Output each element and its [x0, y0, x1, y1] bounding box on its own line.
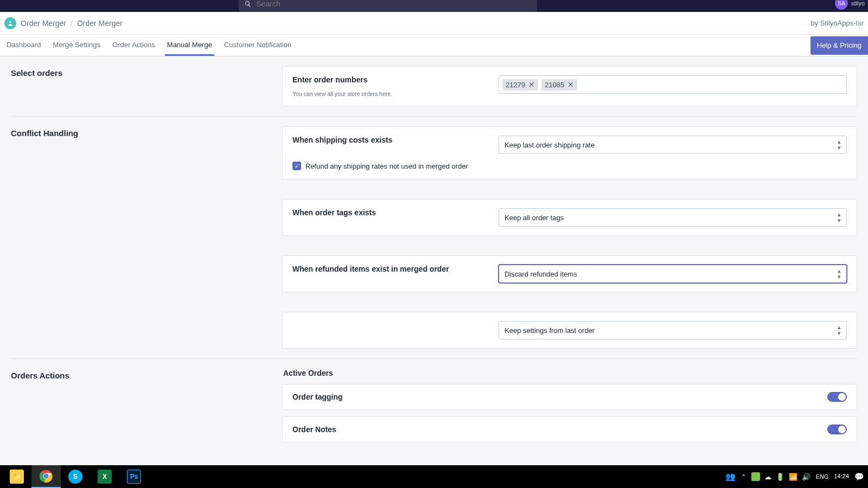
photoshop-icon: Ps — [127, 470, 141, 484]
order-tag: 21085 ✕ — [541, 79, 577, 91]
page-content: Select orders Enter order numbers You ca… — [0, 56, 868, 465]
chrome-icon — [39, 469, 53, 483]
language-indicator[interactable]: ENG — [816, 473, 829, 480]
card-enter-order-numbers: Enter order numbers You can view all you… — [282, 66, 857, 106]
card-refunded-items: When refunded items exist in merged orde… — [282, 255, 857, 292]
order-numbers-helper: You can view all your store orders here. — [292, 91, 482, 97]
order-tags-select[interactable]: Keep all order tags ▴▾ — [499, 208, 847, 227]
order-tagging-toggle[interactable] — [827, 392, 847, 402]
help-pricing-button[interactable]: Help & Pricing — [810, 36, 868, 55]
taskbar-photoshop[interactable]: Ps — [119, 465, 149, 488]
system-tray: ☁ 🔋 📶 🔊 — [751, 472, 810, 481]
card-order-tagging: Order tagging — [282, 384, 857, 410]
remove-tag-icon[interactable]: ✕ — [567, 81, 574, 88]
notifications-icon[interactable]: 💬 — [854, 472, 864, 481]
breadcrumb-page: Order Merger — [77, 19, 123, 28]
tab-manual-merge[interactable]: Manual Merge — [165, 35, 214, 56]
shopify-top-header: SA stilyo — [0, 0, 868, 12]
tabs-bar: Dashboard Merge Settings Order Actions M… — [0, 35, 868, 56]
chevron-updown-icon: ▴▾ — [838, 211, 841, 223]
order-notes-toggle[interactable] — [827, 425, 847, 434]
taskbar-skype[interactable]: S — [61, 465, 90, 488]
volume-icon[interactable]: 🔊 — [802, 473, 810, 481]
select-orders-title: Select orders — [11, 68, 282, 78]
select-value: Keep last order shipping rate — [505, 141, 595, 149]
chevron-updown-icon: ▴▾ — [838, 268, 841, 280]
svg-point-0 — [9, 21, 11, 23]
refund-shipping-checkbox[interactable] — [292, 162, 301, 170]
user-menu[interactable]: SA stilyo — [835, 0, 865, 10]
shipping-costs-select[interactable]: Keep last order shipping rate ▴▾ — [499, 136, 847, 154]
svg-point-2 — [44, 474, 49, 479]
remove-tag-icon[interactable]: ✕ — [528, 81, 535, 88]
search-input[interactable] — [256, 0, 532, 8]
windows-taskbar: 📁 S X Ps 👥 ⌃ ☁ 🔋 📶 🔊 ENG 14:24 — [0, 465, 868, 488]
settings-source-select[interactable]: Keep settings from last order ▴▾ — [499, 321, 847, 339]
order-tag: 21279 ✕ — [502, 79, 538, 91]
select-value: Keep settings from last order — [505, 326, 595, 335]
excel-icon: X — [98, 470, 112, 484]
avatar: SA — [835, 0, 848, 10]
folder-icon: 📁 — [10, 470, 24, 484]
wifi-icon[interactable]: 📶 — [789, 473, 797, 481]
taskbar-chrome[interactable] — [31, 465, 61, 488]
breadcrumb-app[interactable]: Order Merger — [21, 19, 66, 28]
refunded-items-select[interactable]: Discard refunded items ▴▾ — [499, 265, 847, 283]
card-order-tags: When order tags exists Keep all order ta… — [282, 199, 857, 236]
refund-shipping-label: Refund any shipping rates not used in me… — [305, 162, 468, 170]
section-select-orders: Select orders Enter order numbers You ca… — [0, 56, 868, 116]
breadcrumb-separator: / — [71, 19, 73, 28]
app-author: by StilyoApps-Isr — [810, 19, 864, 27]
global-search[interactable] — [239, 0, 537, 12]
tray-app-icon[interactable] — [751, 472, 760, 481]
select-value: Keep all order tags — [505, 214, 564, 222]
clock-time: 14:24 — [834, 473, 849, 480]
chevron-updown-icon: ▴▾ — [838, 139, 841, 151]
taskbar-excel[interactable]: X — [90, 465, 119, 488]
card-shipping-costs: When shipping costs exists Keep last ord… — [282, 126, 857, 179]
active-orders-label: Active Orders — [282, 369, 857, 377]
refunded-items-label: When refunded items exist in merged orde… — [292, 265, 482, 273]
select-value: Discard refunded items — [505, 270, 577, 278]
order-numbers-input[interactable]: 21279 ✕ 21085 ✕ — [499, 75, 847, 94]
people-icon[interactable]: 👥 — [725, 472, 736, 481]
order-notes-label: Order Notes — [292, 425, 336, 434]
card-order-notes: Order Notes — [282, 416, 857, 442]
taskbar-clock[interactable]: 14:24 — [834, 473, 849, 480]
tab-dashboard[interactable]: Dashboard — [4, 35, 43, 56]
enter-order-numbers-label: Enter order numbers — [292, 75, 482, 84]
section-orders-actions: Orders Actions Active Orders Order taggi… — [0, 359, 868, 452]
onedrive-icon[interactable]: ☁ — [764, 473, 771, 481]
shipping-costs-label: When shipping costs exists — [292, 136, 482, 144]
orders-actions-title: Orders Actions — [11, 371, 282, 380]
search-icon — [244, 0, 252, 8]
avatar-name: stilyo — [851, 0, 865, 7]
card-settings-source: Keep settings from last order ▴▾ — [282, 312, 857, 349]
tray-expand-icon[interactable]: ⌃ — [741, 473, 746, 480]
order-tag-label: 21279 — [506, 81, 525, 89]
section-conflict-handling: Conflict Handling When shipping costs ex… — [0, 117, 868, 358]
app-icon — [4, 17, 16, 29]
conflict-title: Conflict Handling — [11, 129, 282, 138]
order-tags-label: When order tags exists — [292, 208, 482, 217]
tab-order-actions[interactable]: Order Actions — [110, 35, 157, 56]
tab-customer-notification[interactable]: Customer Notification — [222, 35, 293, 56]
breadcrumb-bar: Order Merger / Order Merger by StilyoApp… — [0, 12, 868, 35]
order-tagging-label: Order tagging — [292, 393, 343, 401]
battery-icon[interactable]: 🔋 — [776, 473, 784, 481]
taskbar-file-explorer[interactable]: 📁 — [2, 465, 31, 488]
skype-icon: S — [68, 470, 82, 484]
chevron-updown-icon: ▴▾ — [838, 324, 841, 336]
tab-merge-settings[interactable]: Merge Settings — [51, 35, 103, 56]
order-tag-label: 21085 — [545, 81, 564, 89]
